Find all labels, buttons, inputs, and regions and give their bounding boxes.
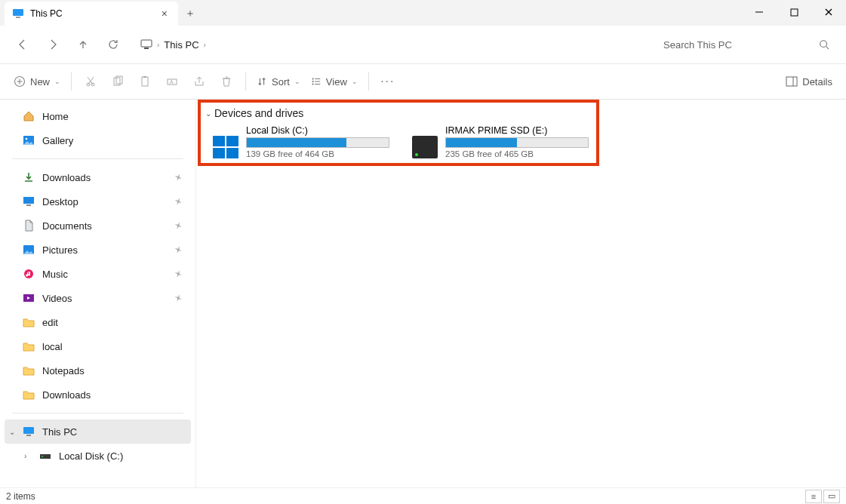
- sidebar-item-downloads[interactable]: Downloads: [5, 165, 191, 189]
- drive-free-text: 139 GB free of 464 GB: [246, 149, 395, 158]
- drive-free-text: 235 GB free of 465 GB: [445, 149, 595, 158]
- sidebar-item-downloads-folder[interactable]: Downloads: [5, 383, 191, 407]
- section-title: Devices and drives: [214, 107, 303, 119]
- sidebar-label: Pictures: [42, 244, 78, 256]
- up-button[interactable]: [69, 31, 97, 58]
- desktop-icon: [23, 195, 35, 207]
- svg-rect-6: [141, 40, 152, 47]
- view-label: View: [326, 76, 347, 88]
- chevron-right-icon[interactable]: ›: [204, 41, 206, 49]
- sidebar-item-documents[interactable]: Documents: [5, 214, 191, 238]
- tab-this-pc[interactable]: This PC ×: [5, 2, 178, 26]
- svg-rect-22: [312, 81, 314, 82]
- new-tab-button[interactable]: ＋: [178, 2, 202, 26]
- drive-icon: [412, 136, 438, 158]
- svg-rect-7: [144, 48, 149, 49]
- details-label: Details: [802, 76, 832, 88]
- tab-title: This PC: [30, 8, 63, 19]
- back-button[interactable]: [9, 31, 36, 58]
- view-details-toggle[interactable]: ≡: [805, 490, 822, 503]
- window-close-button[interactable]: [811, 0, 846, 24]
- chevron-down-icon: ⌄: [352, 78, 358, 85]
- folder-icon: [23, 364, 35, 376]
- drive-local-disk-c[interactable]: Local Disk (C:) 139 GB free of 464 GB: [211, 124, 397, 160]
- svg-rect-37: [26, 435, 31, 436]
- sidebar-item-this-pc[interactable]: ⌄ This PC: [5, 419, 191, 444]
- sidebar-item-videos[interactable]: Videos: [5, 286, 191, 310]
- svg-rect-32: [26, 204, 31, 206]
- statusbar: 2 items ≡ ▭: [0, 487, 846, 504]
- new-button[interactable]: New ⌄: [9, 69, 65, 94]
- drive-irmak-prime-ssd-e[interactable]: IRMAK PRIME SSD (E:) 235 GB free of 465 …: [411, 124, 596, 160]
- navbar: › This PC › Search This PC: [0, 26, 846, 63]
- section-header-devices[interactable]: ⌄ Devices and drives: [205, 107, 840, 119]
- pictures-icon: [23, 244, 35, 256]
- chevron-down-icon[interactable]: ⌄: [9, 428, 15, 436]
- copy-button[interactable]: [105, 69, 131, 94]
- home-icon: [23, 110, 35, 122]
- details-pane-button[interactable]: Details: [781, 69, 837, 94]
- svg-rect-1: [16, 17, 20, 18]
- tab-close-icon[interactable]: ×: [158, 8, 171, 20]
- drive-capacity-bar: [246, 137, 389, 148]
- content-area: ⌄ Devices and drives Local Disk (C:) 139…: [196, 100, 846, 487]
- delete-button[interactable]: [214, 69, 239, 94]
- sidebar-label: Desktop: [42, 196, 78, 207]
- windows-logo-icon: [213, 136, 238, 158]
- view-tiles-toggle[interactable]: ▭: [823, 490, 840, 503]
- sidebar-item-notepads[interactable]: Notepads: [5, 358, 191, 383]
- sort-button[interactable]: Sort ⌄: [252, 69, 305, 94]
- download-icon: [23, 171, 35, 183]
- search-input[interactable]: Search This PC: [656, 32, 837, 57]
- chevron-right-icon[interactable]: ›: [157, 41, 159, 49]
- sidebar-label: Home: [42, 111, 69, 122]
- monitor-icon: [23, 426, 35, 438]
- more-button[interactable]: ···: [375, 69, 401, 94]
- svg-line-9: [826, 47, 829, 50]
- search-icon: [819, 39, 829, 50]
- separator: [71, 72, 72, 91]
- paste-button[interactable]: [132, 69, 158, 94]
- sidebar-item-pictures[interactable]: Pictures: [5, 238, 191, 262]
- sidebar-label: Videos: [42, 293, 72, 304]
- folder-icon: [23, 340, 35, 352]
- status-item-count: 2 items: [6, 491, 35, 502]
- folder-icon: [23, 389, 35, 401]
- sidebar-item-gallery[interactable]: Gallery: [5, 128, 191, 152]
- separator: [245, 72, 246, 91]
- new-label: New: [30, 76, 50, 88]
- monitor-icon: [12, 8, 24, 20]
- breadcrumb-current[interactable]: This PC: [164, 39, 198, 51]
- svg-point-39: [42, 456, 43, 457]
- separator: [368, 72, 369, 91]
- share-button[interactable]: [186, 69, 212, 94]
- view-button[interactable]: View ⌄: [306, 69, 362, 94]
- chevron-down-icon: ⌄: [54, 78, 60, 85]
- chevron-down-icon: ⌄: [294, 78, 300, 85]
- sidebar-label: Documents: [42, 220, 92, 232]
- chevron-down-icon[interactable]: ⌄: [205, 109, 211, 118]
- sidebar-item-desktop[interactable]: Desktop: [5, 189, 191, 214]
- sort-label: Sort: [272, 76, 290, 88]
- cut-button[interactable]: [78, 69, 103, 94]
- svg-rect-17: [142, 77, 148, 86]
- drive-capacity-bar: [445, 137, 589, 148]
- rename-button[interactable]: A: [159, 69, 185, 94]
- svg-rect-0: [13, 9, 23, 16]
- sidebar-item-home[interactable]: Home: [5, 104, 191, 128]
- sidebar-item-local-disk[interactable]: › Local Disk (C:): [5, 444, 191, 468]
- svg-rect-27: [786, 77, 797, 86]
- refresh-button[interactable]: [100, 31, 127, 58]
- window-minimize-button[interactable]: [742, 0, 777, 24]
- search-placeholder: Search This PC: [663, 39, 732, 51]
- chevron-right-icon[interactable]: ›: [24, 452, 26, 460]
- svg-rect-3: [791, 9, 798, 16]
- window-maximize-button[interactable]: [777, 0, 811, 24]
- sidebar-item-edit[interactable]: edit: [5, 310, 191, 334]
- sidebar-item-music[interactable]: Music: [5, 262, 191, 286]
- breadcrumb[interactable]: › This PC ›: [140, 38, 206, 51]
- sidebar-item-local[interactable]: local: [5, 334, 191, 358]
- sidebar-label: Downloads: [42, 389, 91, 401]
- forward-button[interactable]: [39, 31, 66, 58]
- document-icon: [23, 220, 35, 232]
